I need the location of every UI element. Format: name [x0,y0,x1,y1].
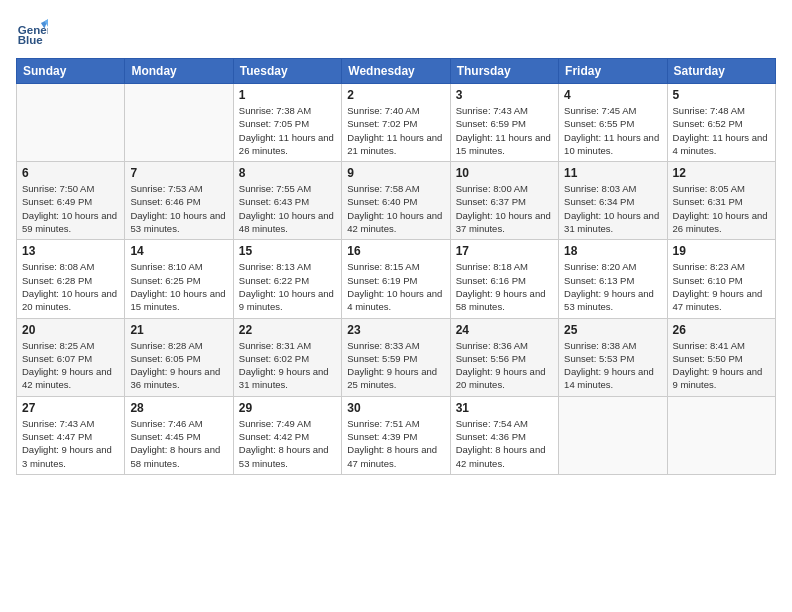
day-info: Sunrise: 8:28 AM Sunset: 6:05 PM Dayligh… [130,339,227,392]
day-number: 20 [22,323,119,337]
day-info: Sunrise: 7:54 AM Sunset: 4:36 PM Dayligh… [456,417,553,470]
day-info: Sunrise: 7:40 AM Sunset: 7:02 PM Dayligh… [347,104,444,157]
calendar-cell: 28Sunrise: 7:46 AM Sunset: 4:45 PM Dayli… [125,396,233,474]
day-number: 8 [239,166,336,180]
calendar-cell: 4Sunrise: 7:45 AM Sunset: 6:55 PM Daylig… [559,84,667,162]
day-number: 18 [564,244,661,258]
day-info: Sunrise: 8:10 AM Sunset: 6:25 PM Dayligh… [130,260,227,313]
day-info: Sunrise: 7:38 AM Sunset: 7:05 PM Dayligh… [239,104,336,157]
day-info: Sunrise: 7:43 AM Sunset: 6:59 PM Dayligh… [456,104,553,157]
page-header: General Blue [16,16,776,48]
day-number: 10 [456,166,553,180]
calendar-cell [17,84,125,162]
day-number: 30 [347,401,444,415]
calendar-cell: 14Sunrise: 8:10 AM Sunset: 6:25 PM Dayli… [125,240,233,318]
day-info: Sunrise: 7:49 AM Sunset: 4:42 PM Dayligh… [239,417,336,470]
calendar-cell [125,84,233,162]
calendar-cell: 15Sunrise: 8:13 AM Sunset: 6:22 PM Dayli… [233,240,341,318]
day-info: Sunrise: 7:45 AM Sunset: 6:55 PM Dayligh… [564,104,661,157]
weekday-header: Thursday [450,59,558,84]
svg-text:Blue: Blue [18,34,44,46]
day-info: Sunrise: 8:36 AM Sunset: 5:56 PM Dayligh… [456,339,553,392]
calendar-cell: 2Sunrise: 7:40 AM Sunset: 7:02 PM Daylig… [342,84,450,162]
logo: General Blue [16,16,52,48]
calendar-cell: 31Sunrise: 7:54 AM Sunset: 4:36 PM Dayli… [450,396,558,474]
day-info: Sunrise: 8:41 AM Sunset: 5:50 PM Dayligh… [673,339,770,392]
calendar-week-row: 27Sunrise: 7:43 AM Sunset: 4:47 PM Dayli… [17,396,776,474]
day-number: 7 [130,166,227,180]
day-info: Sunrise: 8:20 AM Sunset: 6:13 PM Dayligh… [564,260,661,313]
day-number: 29 [239,401,336,415]
calendar-cell: 25Sunrise: 8:38 AM Sunset: 5:53 PM Dayli… [559,318,667,396]
day-number: 1 [239,88,336,102]
day-info: Sunrise: 8:33 AM Sunset: 5:59 PM Dayligh… [347,339,444,392]
logo-icon: General Blue [16,16,48,48]
day-info: Sunrise: 8:25 AM Sunset: 6:07 PM Dayligh… [22,339,119,392]
weekday-header: Saturday [667,59,775,84]
calendar-week-row: 6Sunrise: 7:50 AM Sunset: 6:49 PM Daylig… [17,162,776,240]
calendar-cell: 7Sunrise: 7:53 AM Sunset: 6:46 PM Daylig… [125,162,233,240]
day-number: 2 [347,88,444,102]
day-number: 24 [456,323,553,337]
day-info: Sunrise: 8:38 AM Sunset: 5:53 PM Dayligh… [564,339,661,392]
weekday-header: Tuesday [233,59,341,84]
calendar-cell: 11Sunrise: 8:03 AM Sunset: 6:34 PM Dayli… [559,162,667,240]
calendar-cell: 30Sunrise: 7:51 AM Sunset: 4:39 PM Dayli… [342,396,450,474]
day-info: Sunrise: 7:48 AM Sunset: 6:52 PM Dayligh… [673,104,770,157]
day-number: 4 [564,88,661,102]
day-number: 15 [239,244,336,258]
calendar-cell: 19Sunrise: 8:23 AM Sunset: 6:10 PM Dayli… [667,240,775,318]
calendar-cell: 18Sunrise: 8:20 AM Sunset: 6:13 PM Dayli… [559,240,667,318]
day-number: 26 [673,323,770,337]
day-number: 19 [673,244,770,258]
day-number: 9 [347,166,444,180]
day-info: Sunrise: 8:05 AM Sunset: 6:31 PM Dayligh… [673,182,770,235]
day-number: 25 [564,323,661,337]
calendar-header-row: SundayMondayTuesdayWednesdayThursdayFrid… [17,59,776,84]
calendar-cell: 10Sunrise: 8:00 AM Sunset: 6:37 PM Dayli… [450,162,558,240]
calendar-cell: 3Sunrise: 7:43 AM Sunset: 6:59 PM Daylig… [450,84,558,162]
weekday-header: Friday [559,59,667,84]
calendar-cell: 6Sunrise: 7:50 AM Sunset: 6:49 PM Daylig… [17,162,125,240]
day-info: Sunrise: 7:55 AM Sunset: 6:43 PM Dayligh… [239,182,336,235]
calendar-cell: 16Sunrise: 8:15 AM Sunset: 6:19 PM Dayli… [342,240,450,318]
day-number: 22 [239,323,336,337]
calendar-week-row: 13Sunrise: 8:08 AM Sunset: 6:28 PM Dayli… [17,240,776,318]
calendar-table: SundayMondayTuesdayWednesdayThursdayFrid… [16,58,776,475]
day-number: 14 [130,244,227,258]
day-number: 17 [456,244,553,258]
calendar-cell: 23Sunrise: 8:33 AM Sunset: 5:59 PM Dayli… [342,318,450,396]
day-number: 31 [456,401,553,415]
day-number: 13 [22,244,119,258]
day-number: 6 [22,166,119,180]
day-info: Sunrise: 7:50 AM Sunset: 6:49 PM Dayligh… [22,182,119,235]
day-info: Sunrise: 8:00 AM Sunset: 6:37 PM Dayligh… [456,182,553,235]
day-info: Sunrise: 7:46 AM Sunset: 4:45 PM Dayligh… [130,417,227,470]
day-info: Sunrise: 8:31 AM Sunset: 6:02 PM Dayligh… [239,339,336,392]
calendar-cell: 21Sunrise: 8:28 AM Sunset: 6:05 PM Dayli… [125,318,233,396]
day-number: 12 [673,166,770,180]
day-info: Sunrise: 8:18 AM Sunset: 6:16 PM Dayligh… [456,260,553,313]
calendar-cell: 5Sunrise: 7:48 AM Sunset: 6:52 PM Daylig… [667,84,775,162]
calendar-cell: 26Sunrise: 8:41 AM Sunset: 5:50 PM Dayli… [667,318,775,396]
calendar-cell: 20Sunrise: 8:25 AM Sunset: 6:07 PM Dayli… [17,318,125,396]
calendar-cell: 13Sunrise: 8:08 AM Sunset: 6:28 PM Dayli… [17,240,125,318]
calendar-cell: 24Sunrise: 8:36 AM Sunset: 5:56 PM Dayli… [450,318,558,396]
day-number: 27 [22,401,119,415]
calendar-cell: 12Sunrise: 8:05 AM Sunset: 6:31 PM Dayli… [667,162,775,240]
day-number: 5 [673,88,770,102]
calendar-cell: 29Sunrise: 7:49 AM Sunset: 4:42 PM Dayli… [233,396,341,474]
calendar-cell: 9Sunrise: 7:58 AM Sunset: 6:40 PM Daylig… [342,162,450,240]
calendar-week-row: 1Sunrise: 7:38 AM Sunset: 7:05 PM Daylig… [17,84,776,162]
day-info: Sunrise: 7:51 AM Sunset: 4:39 PM Dayligh… [347,417,444,470]
calendar-cell [559,396,667,474]
day-info: Sunrise: 7:53 AM Sunset: 6:46 PM Dayligh… [130,182,227,235]
calendar-cell: 17Sunrise: 8:18 AM Sunset: 6:16 PM Dayli… [450,240,558,318]
day-number: 16 [347,244,444,258]
day-info: Sunrise: 7:58 AM Sunset: 6:40 PM Dayligh… [347,182,444,235]
calendar-cell: 1Sunrise: 7:38 AM Sunset: 7:05 PM Daylig… [233,84,341,162]
day-info: Sunrise: 7:43 AM Sunset: 4:47 PM Dayligh… [22,417,119,470]
calendar-cell: 27Sunrise: 7:43 AM Sunset: 4:47 PM Dayli… [17,396,125,474]
day-info: Sunrise: 8:23 AM Sunset: 6:10 PM Dayligh… [673,260,770,313]
weekday-header: Monday [125,59,233,84]
